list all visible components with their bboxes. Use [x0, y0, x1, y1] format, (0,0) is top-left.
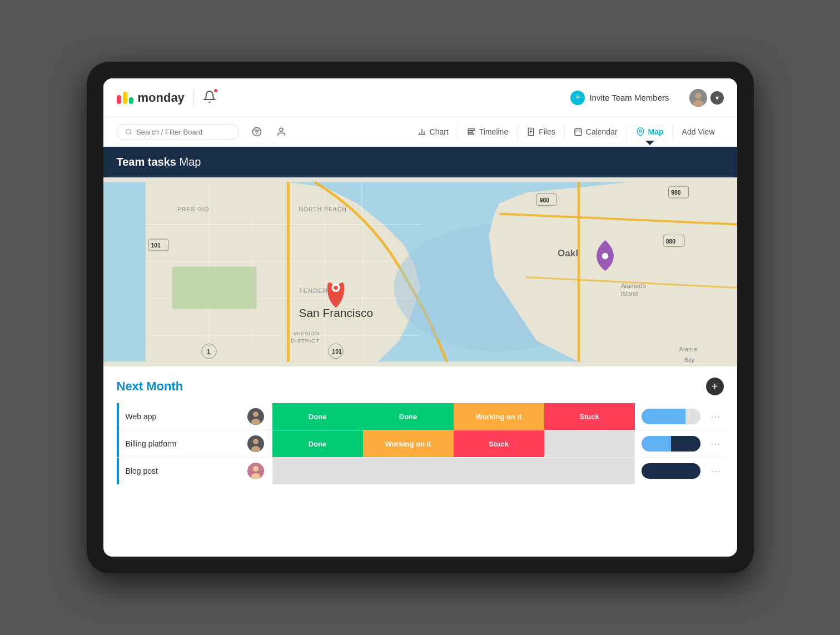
- status-cell[interactable]: [454, 458, 544, 484]
- add-group-button[interactable]: +: [706, 378, 724, 395]
- task-row[interactable]: Web appDoneDoneWorking on itStuck⋯: [117, 403, 724, 430]
- svg-point-76: [253, 466, 259, 472]
- user-avatar[interactable]: [688, 88, 708, 108]
- status-cells: [272, 458, 635, 484]
- logo-dot-green: [129, 97, 133, 104]
- svg-point-68: [334, 286, 338, 290]
- status-cell[interactable]: [544, 430, 635, 457]
- status-cell[interactable]: Working on it: [363, 430, 454, 457]
- logo-text: monday: [138, 91, 185, 105]
- svg-rect-19: [575, 129, 581, 136]
- status-cell[interactable]: Done: [272, 403, 363, 430]
- status-cell[interactable]: Done: [272, 430, 363, 457]
- avatar-group: ▾: [688, 88, 724, 108]
- bell-icon[interactable]: [203, 90, 216, 106]
- status-cell[interactable]: [272, 458, 363, 484]
- svg-point-66: [602, 253, 608, 259]
- svg-text:Alame: Alame: [679, 346, 697, 353]
- svg-text:DISTRICT: DISTRICT: [291, 338, 319, 344]
- board-title-light: Map: [176, 156, 201, 168]
- logo-dot-red: [117, 95, 121, 104]
- row-menu-icon[interactable]: ⋯: [707, 430, 724, 457]
- task-avatar-cell: [239, 430, 272, 457]
- status-cell[interactable]: Stuck: [454, 430, 544, 457]
- header-left: monday: [117, 90, 216, 106]
- svg-text:1: 1: [207, 349, 210, 355]
- svg-text:PRESIDIO: PRESIDIO: [177, 206, 209, 212]
- notification-badge: [213, 88, 218, 93]
- chart-view-label: Chart: [430, 127, 449, 136]
- status-cells: DoneDoneWorking on itStuck: [272, 403, 635, 430]
- row-menu-icon[interactable]: ⋯: [707, 458, 724, 484]
- svg-point-2: [693, 100, 703, 107]
- files-view-label: Files: [539, 127, 555, 136]
- svg-point-8: [280, 128, 283, 131]
- task-row[interactable]: Blog post⋯: [117, 458, 724, 484]
- invite-team-button[interactable]: + Invite Team Members: [560, 86, 679, 110]
- svg-text:101: 101: [332, 349, 342, 355]
- view-chart[interactable]: Chart: [409, 124, 458, 140]
- row-menu-icon[interactable]: ⋯: [707, 403, 724, 430]
- task-name-cell: Blog post: [117, 458, 239, 484]
- search-input[interactable]: [136, 128, 231, 136]
- svg-text:880: 880: [665, 239, 675, 245]
- view-timeline[interactable]: Timeline: [458, 124, 518, 140]
- person-avatar-icon: [247, 408, 264, 425]
- board-title-bold: Team tasks: [117, 156, 176, 168]
- status-cell[interactable]: Working on it: [454, 403, 544, 430]
- logo: monday: [117, 91, 185, 105]
- add-view-label: Add View: [682, 127, 715, 136]
- task-row[interactable]: Billing platformDoneWorking on itStuck⋯: [117, 430, 724, 458]
- svg-rect-12: [468, 129, 475, 131]
- invite-label: Invite Team Members: [589, 93, 669, 102]
- svg-point-70: [253, 411, 259, 417]
- device-frame: monday + Invite Team Members: [87, 62, 754, 573]
- progress-cell: [635, 458, 707, 484]
- svg-text:NORTH BEACH: NORTH BEACH: [299, 206, 346, 212]
- svg-rect-13: [468, 131, 473, 133]
- svg-text:Bay: Bay: [684, 357, 695, 363]
- tasks-section: Next Month + Web appDoneDoneWorking on i…: [103, 366, 737, 557]
- svg-text:Oakl: Oakl: [558, 248, 578, 259]
- invite-plus-icon: +: [570, 91, 585, 105]
- map-view-label: Map: [648, 127, 664, 136]
- map-svg: 101 980 980 880 PRESIDIO: [103, 177, 737, 366]
- svg-text:980: 980: [671, 190, 681, 196]
- section-title: Next Month: [117, 379, 183, 394]
- view-calendar[interactable]: Calendar: [565, 124, 627, 140]
- section-header: Next Month +: [117, 378, 724, 395]
- status-cell[interactable]: [363, 458, 454, 484]
- svg-point-23: [639, 130, 642, 132]
- status-cell[interactable]: Done: [363, 403, 454, 430]
- screen: monday + Invite Team Members: [103, 78, 737, 557]
- logo-icon: [117, 92, 133, 104]
- svg-text:Alameda: Alameda: [621, 282, 647, 289]
- search-box: [117, 124, 239, 140]
- map-icon: [636, 127, 645, 136]
- board-title-bar: Team tasks Map: [103, 147, 737, 177]
- header: monday + Invite Team Members: [103, 78, 737, 117]
- header-right: + Invite Team Members ▾: [560, 86, 723, 110]
- person-avatar-icon: [247, 463, 264, 479]
- filter-icon[interactable]: [248, 123, 266, 141]
- status-cell[interactable]: Stuck: [544, 403, 635, 430]
- svg-point-73: [253, 439, 259, 444]
- header-divider: [193, 90, 194, 106]
- progress-cell: [635, 403, 707, 430]
- view-files[interactable]: Files: [518, 124, 565, 140]
- status-cell[interactable]: [544, 458, 635, 484]
- timeline-view-label: Timeline: [479, 127, 508, 136]
- toolbar-icons: [248, 123, 290, 141]
- person-filter-icon[interactable]: [272, 123, 290, 141]
- svg-rect-14: [468, 133, 474, 135]
- search-icon: [125, 128, 132, 136]
- view-map[interactable]: Map: [627, 124, 673, 140]
- svg-point-3: [126, 129, 130, 133]
- person-avatar-icon: [247, 435, 264, 452]
- task-name-cell: Billing platform: [117, 430, 239, 457]
- calendar-icon: [574, 127, 583, 136]
- avatar-dropdown-icon[interactable]: ▾: [710, 91, 724, 105]
- add-view-button[interactable]: Add View: [673, 124, 724, 140]
- map-container[interactable]: 101 980 980 880 PRESIDIO: [103, 177, 737, 366]
- svg-point-1: [695, 92, 701, 98]
